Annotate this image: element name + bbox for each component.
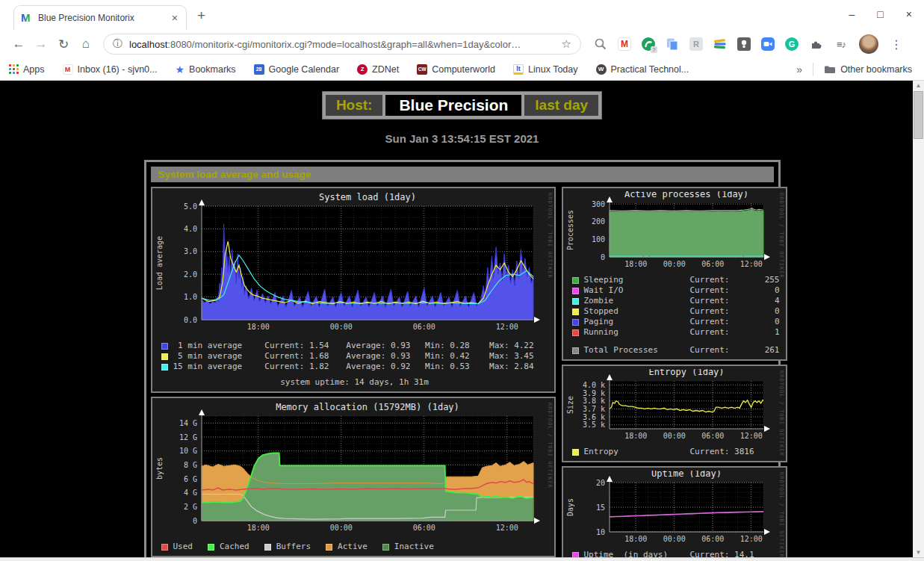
uptime-graph: 10152018:0000:0006:0012:00Uptime (1day)D… bbox=[565, 471, 784, 548]
legend-spacer bbox=[572, 338, 780, 345]
svg-text:18:00: 18:00 bbox=[624, 260, 647, 268]
forward-icon[interactable]: → bbox=[30, 37, 52, 52]
browser-menu-icon[interactable]: ⋮ bbox=[890, 37, 902, 52]
svg-text:4.0 k: 4.0 k bbox=[582, 381, 604, 389]
home-icon[interactable]: ⌂ bbox=[75, 37, 97, 52]
bookmark-google-calendar[interactable]: 28 Google Calendar bbox=[254, 64, 340, 75]
svg-text:15: 15 bbox=[595, 503, 604, 512]
rrdtool-watermark: RRDTOOL / TOBI OETIKER bbox=[778, 193, 784, 279]
svg-text:00:00: 00:00 bbox=[663, 260, 685, 268]
legend-color-box bbox=[161, 544, 168, 551]
bookmark-linux-today[interactable]: lt Linux Today bbox=[513, 64, 578, 75]
zoom-extension-icon[interactable] bbox=[760, 37, 775, 52]
profile-avatar[interactable] bbox=[859, 34, 878, 54]
svg-text:3.9 k: 3.9 k bbox=[582, 389, 604, 397]
bookmark-inbox[interactable]: M Inbox (16) - sjvn0... bbox=[63, 64, 158, 75]
horizontal-scrollbar[interactable] bbox=[0, 557, 924, 561]
bookmark-apps[interactable]: Apps bbox=[9, 64, 45, 75]
svg-text:Size: Size bbox=[566, 396, 574, 414]
scrollbar-thumb[interactable] bbox=[914, 91, 923, 139]
legend-text: Active bbox=[326, 542, 368, 552]
legend-text: Average: 0.93 bbox=[346, 351, 425, 362]
memory-allocation-panel: 02 G4 G6 G8 G10 G12 G14 G18:0000:0006:00… bbox=[151, 397, 556, 557]
vertical-scrollbar[interactable]: ▲ ▼ bbox=[913, 81, 924, 557]
host-name: Blue Precision bbox=[385, 95, 521, 116]
site-info-icon[interactable]: ⓘ bbox=[113, 37, 123, 51]
bookmark-star-icon[interactable]: ☆ bbox=[562, 37, 571, 51]
scroll-up-icon[interactable]: ▲ bbox=[913, 82, 924, 89]
svg-text:Load average: Load average bbox=[155, 236, 164, 290]
legend-row: PagingCurrent:0 bbox=[572, 317, 780, 327]
bookmarks-overflow-icon[interactable]: » bbox=[796, 63, 802, 75]
legend-text: Average: 0.93 bbox=[346, 341, 425, 351]
svg-text:18:00: 18:00 bbox=[246, 524, 269, 532]
svg-text:3.0: 3.0 bbox=[183, 247, 196, 255]
legend-color-box bbox=[264, 544, 271, 551]
star-icon: ★ bbox=[176, 63, 185, 75]
svg-text:06:00: 06:00 bbox=[701, 260, 724, 268]
legend-text: 0 bbox=[748, 306, 780, 317]
svg-text:12:00: 12:00 bbox=[739, 260, 762, 268]
svg-text:Uptime (1day): Uptime (1day) bbox=[651, 471, 722, 479]
legend-row: 1 min averageCurrent: 1.54Average: 0.93M… bbox=[161, 341, 548, 351]
tab-close-icon[interactable]: × bbox=[170, 12, 180, 24]
address-bar[interactable]: ⓘ localhost:8080/monitorix-cgi/monitorix… bbox=[103, 34, 581, 55]
reload-icon[interactable]: ↻ bbox=[52, 37, 75, 52]
copy-pages-extension-icon[interactable] bbox=[665, 37, 680, 52]
grammarly-extension-icon[interactable]: G bbox=[784, 37, 799, 52]
legend-text: Used bbox=[161, 542, 193, 552]
r-extension-icon[interactable]: R bbox=[689, 37, 704, 52]
books-extension-icon[interactable] bbox=[713, 37, 728, 52]
extension-icons: M ? R G bbox=[593, 34, 902, 54]
other-bookmarks[interactable]: Other bookmarks bbox=[824, 64, 912, 75]
scroll-down-icon[interactable]: ▼ bbox=[913, 549, 924, 556]
legend-text: Stopped bbox=[572, 306, 690, 317]
close-icon[interactable]: × bbox=[906, 8, 912, 20]
url-text[interactable]: localhost:8080/monitorix-cgi/monitorix.c… bbox=[129, 39, 556, 50]
time-range[interactable]: last day bbox=[524, 95, 598, 116]
section-title: System load average and usage bbox=[151, 167, 774, 182]
svg-text:12 G: 12 G bbox=[179, 433, 196, 441]
bookmark-zdnet[interactable]: Z ZDNet bbox=[357, 64, 399, 75]
legend-total-row: Total ProcessesCurrent:261 bbox=[572, 345, 780, 356]
svg-text:1.0: 1.0 bbox=[183, 293, 196, 301]
calendar-icon: 28 bbox=[254, 64, 264, 75]
uptime-panel: 10152018:0000:0006:0012:00Uptime (1day)D… bbox=[562, 466, 787, 561]
rrdtool-watermark: RRDTOOL / TOBI OETIKER bbox=[778, 472, 784, 558]
legend-row: UsedCachedBuffersActiveInactive bbox=[161, 542, 548, 552]
voice-extension-icon[interactable]: ? bbox=[641, 37, 656, 52]
lamp-extension-icon[interactable] bbox=[737, 37, 751, 52]
legend-color-box bbox=[208, 544, 214, 551]
maximize-icon[interactable]: □ bbox=[877, 8, 883, 20]
svg-text:12:00: 12:00 bbox=[739, 432, 762, 440]
monitorix-favicon: M bbox=[20, 12, 32, 24]
search-extension-icon[interactable] bbox=[593, 37, 608, 52]
bookmark-bookmarks[interactable]: ★ Bookmarks bbox=[176, 63, 236, 75]
browser-window: { "browser": { "tab_title": "Blue Precis… bbox=[0, 0, 924, 561]
gmail-icon: M bbox=[63, 64, 73, 75]
back-icon[interactable]: ← bbox=[7, 37, 30, 52]
legend-text: Current: bbox=[690, 296, 748, 306]
voice-badge: ? bbox=[651, 46, 657, 53]
gmail-extension-icon[interactable]: M bbox=[617, 37, 632, 52]
zdnet-icon: Z bbox=[357, 64, 368, 75]
svg-text:0.0: 0.0 bbox=[183, 316, 196, 324]
browser-tab[interactable]: M Blue Precision Monitorix × bbox=[13, 5, 187, 30]
legend-color-box bbox=[161, 353, 168, 360]
svg-text:Days: Days bbox=[566, 498, 574, 516]
svg-text:4 G: 4 G bbox=[183, 489, 196, 497]
computerworld-icon: CW bbox=[417, 64, 427, 75]
legend-text: 1 min average bbox=[161, 341, 265, 351]
legend-color-box bbox=[572, 329, 579, 336]
minimize-icon[interactable]: – bbox=[849, 8, 855, 20]
legend-row: ZombieCurrent:4 bbox=[572, 296, 780, 306]
playlist-extension-icon[interactable]: ≡♪ bbox=[832, 37, 850, 52]
bookmark-practical-technology[interactable]: W Practical Technol... bbox=[596, 64, 689, 75]
browser-titlebar: M Blue Precision Monitorix × + – □ × bbox=[0, 0, 924, 30]
rrdtool-watermark: RRDTOOL / TOBI OETIKER bbox=[547, 193, 553, 279]
svg-text:06:00: 06:00 bbox=[412, 524, 435, 532]
puzzle-extensions-icon[interactable] bbox=[808, 37, 823, 52]
new-tab-button[interactable]: + bbox=[197, 7, 205, 24]
entropy-panel: 3.5 k3.6 k3.7 k3.8 k3.9 k4.0 k18:0000:00… bbox=[562, 365, 787, 462]
bookmark-computerworld[interactable]: CW Computerworld bbox=[417, 64, 495, 75]
